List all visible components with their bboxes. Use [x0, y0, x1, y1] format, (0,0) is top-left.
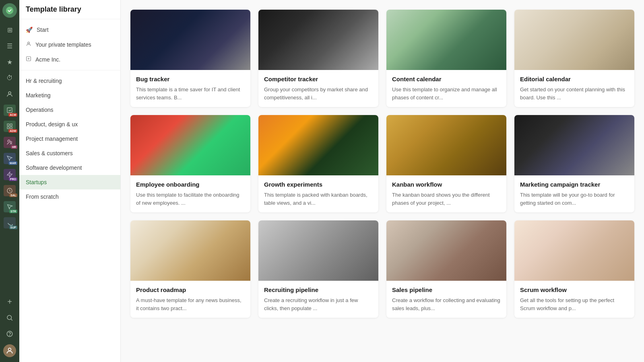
- private-icon: [26, 41, 31, 48]
- chart-icon[interactable]: ACM: [2, 103, 17, 117]
- svg-rect-6: [10, 127, 12, 129]
- sidebar-item-scratch[interactable]: From scratch: [19, 189, 120, 204]
- user-avatar[interactable]: [3, 344, 16, 357]
- svg-point-8: [10, 141, 12, 143]
- card-body-bug-tracker: Bug tracker This template is a time save…: [130, 70, 250, 107]
- sidebar-item-operations[interactable]: Operations: [19, 103, 120, 117]
- card-title-product-roadmap: Product roadmap: [136, 286, 245, 293]
- sidebar-item-sales[interactable]: Sales & customers: [19, 146, 120, 160]
- card-body-content-calendar: Content calendar Use this template to or…: [386, 70, 506, 107]
- app-logo[interactable]: [2, 3, 17, 18]
- search-icon[interactable]: [2, 311, 17, 325]
- favorites-icon[interactable]: ★: [2, 55, 17, 69]
- card-image-product-roadmap: [130, 220, 250, 281]
- card-desc-product-roadmap: A must-have template for any news busine…: [136, 296, 245, 312]
- svg-rect-4: [10, 124, 12, 126]
- card-body-growth-experiments: Growth experiments This template is pack…: [258, 175, 378, 212]
- card-body-editorial-calendar: Editorial calendar Get started on your c…: [514, 70, 634, 107]
- start-icon: 🚀: [26, 27, 33, 33]
- card-image-employee-onboarding: [130, 115, 250, 175]
- card-image-growth-experiments: [258, 115, 378, 175]
- recent-icon[interactable]: ⏱: [2, 71, 17, 85]
- sidebar-item-product[interactable]: Product, design & ux: [19, 117, 120, 132]
- card-desc-marketing-campaign: This template will be your go-to board f…: [520, 191, 629, 207]
- sal-workspace-icon[interactable]: SAL: [2, 183, 17, 198]
- card-image-kanban-workflow: [386, 115, 506, 175]
- card-title-sales-pipeline: Sales pipeline: [392, 286, 501, 293]
- template-card-marketing-campaign[interactable]: Marketing campaign tracker This template…: [514, 115, 634, 212]
- svg-point-16: [28, 42, 30, 44]
- str-workspace-icon[interactable]: STR: [2, 200, 17, 214]
- sidebar-item-project[interactable]: Project management: [19, 132, 120, 146]
- card-image-sales-pipeline: [386, 220, 506, 281]
- sidebar: Template library 🚀 Start Your private te…: [19, 0, 121, 362]
- admin-board-icon[interactable]: ADM: [2, 119, 17, 134]
- card-title-scrum-workflow: Scrum workflow: [520, 286, 629, 293]
- people-icon[interactable]: [2, 87, 17, 101]
- card-image-scrum-workflow: [514, 220, 634, 281]
- template-card-bug-tracker[interactable]: Bug tracker This template is a time save…: [130, 10, 250, 107]
- card-title-kanban-workflow: Kanban workflow: [392, 181, 501, 188]
- card-title-recruiting-pipeline: Recruiting pipeline: [264, 286, 373, 293]
- card-title-competitor-tracker: Competitor tracker: [264, 76, 373, 82]
- home-icon[interactable]: ⊞: [2, 23, 17, 37]
- card-body-recruiting-pipeline: Recruiting pipeline Create a recruiting …: [258, 281, 378, 318]
- card-body-product-roadmap: Product roadmap A must-have template for…: [130, 281, 250, 318]
- card-image-marketing-campaign: [514, 115, 634, 175]
- sidebar-item-start[interactable]: 🚀 Start: [19, 23, 120, 37]
- sidebar-top-section: 🚀 Start Your private templates Acme Inc.: [19, 19, 120, 70]
- svg-rect-5: [7, 127, 9, 129]
- svg-rect-3: [7, 124, 9, 126]
- svg-point-15: [8, 348, 11, 351]
- card-desc-content-calendar: Use this template to organize and manage…: [392, 86, 501, 101]
- help-icon[interactable]: [2, 327, 17, 341]
- template-card-recruiting-pipeline[interactable]: Recruiting pipeline Create a recruiting …: [258, 220, 378, 318]
- pro-workspace-icon[interactable]: PRO: [2, 167, 17, 182]
- private-label: Your private templates: [35, 41, 91, 48]
- card-desc-sales-pipeline: Create a workflow for collecting and eva…: [392, 296, 501, 312]
- card-body-sales-pipeline: Sales pipeline Create a workflow for col…: [386, 281, 506, 318]
- sidebar-item-startups[interactable]: Startups: [19, 175, 120, 189]
- card-image-editorial-calendar: [514, 10, 634, 70]
- sidebar-item-acme[interactable]: Acme Inc.: [19, 52, 120, 67]
- add-workspace-icon[interactable]: +: [2, 294, 17, 309]
- card-desc-competitor-tracker: Group your competitors by market share a…: [264, 86, 373, 101]
- card-body-competitor-tracker: Competitor tracker Group your competitor…: [258, 70, 378, 107]
- card-title-editorial-calendar: Editorial calendar: [520, 76, 629, 82]
- inbox-icon[interactable]: ☰: [2, 39, 17, 53]
- card-body-scrum-workflow: Scrum workflow Get all the tools for set…: [514, 281, 634, 318]
- sidebar-item-software[interactable]: Software development: [19, 160, 120, 175]
- card-body-marketing-campaign: Marketing campaign tracker This template…: [514, 175, 634, 212]
- template-card-growth-experiments[interactable]: Growth experiments This template is pack…: [258, 115, 378, 212]
- template-card-scrum-workflow[interactable]: Scrum workflow Get all the tools for set…: [514, 220, 634, 318]
- card-title-marketing-campaign: Marketing campaign tracker: [520, 181, 629, 188]
- template-card-editorial-calendar[interactable]: Editorial calendar Get started on your c…: [514, 10, 634, 107]
- card-title-bug-tracker: Bug tracker: [136, 76, 245, 82]
- card-desc-editorial-calendar: Get started on your content planning wit…: [520, 86, 629, 101]
- card-desc-employee-onboarding: Use this template to facilitate the onbo…: [136, 191, 245, 207]
- sidebar-categories: Hr & recruiting Marketing Operations Pro…: [19, 70, 120, 207]
- sidebar-item-marketing[interactable]: Marketing: [19, 88, 120, 103]
- template-card-content-calendar[interactable]: Content calendar Use this template to or…: [386, 10, 506, 107]
- template-card-sales-pipeline[interactable]: Sales pipeline Create a workflow for col…: [386, 220, 506, 318]
- card-title-content-calendar: Content calendar: [392, 76, 501, 82]
- sup-workspace-icon[interactable]: SUP: [2, 216, 17, 230]
- template-card-competitor-tracker[interactable]: Competitor tracker Group your competitor…: [258, 10, 378, 107]
- card-desc-recruiting-pipeline: Create a recruiting workflow in just a f…: [264, 296, 373, 312]
- hr-workspace-icon[interactable]: HR: [2, 135, 17, 150]
- sidebar-item-private-templates[interactable]: Your private templates: [19, 37, 120, 52]
- acme-label: Acme Inc.: [35, 56, 60, 63]
- template-card-product-roadmap[interactable]: Product roadmap A must-have template for…: [130, 220, 250, 318]
- mar-workspace-icon[interactable]: MAR: [2, 151, 17, 166]
- card-desc-scrum-workflow: Get all the tools for setting up the per…: [520, 296, 629, 312]
- svg-point-7: [8, 140, 10, 142]
- sidebar-item-hr[interactable]: Hr & recruiting: [19, 74, 120, 88]
- svg-marker-9: [7, 172, 12, 177]
- svg-point-11: [7, 315, 12, 320]
- template-card-kanban-workflow[interactable]: Kanban workflow The kanban board shows y…: [386, 115, 506, 212]
- card-body-kanban-workflow: Kanban workflow The kanban board shows y…: [386, 175, 506, 212]
- template-card-employee-onboarding[interactable]: Employee onboarding Use this template to…: [130, 115, 250, 212]
- start-label: Start: [37, 27, 49, 33]
- card-title-growth-experiments: Growth experiments: [264, 181, 373, 188]
- card-title-employee-onboarding: Employee onboarding: [136, 181, 245, 188]
